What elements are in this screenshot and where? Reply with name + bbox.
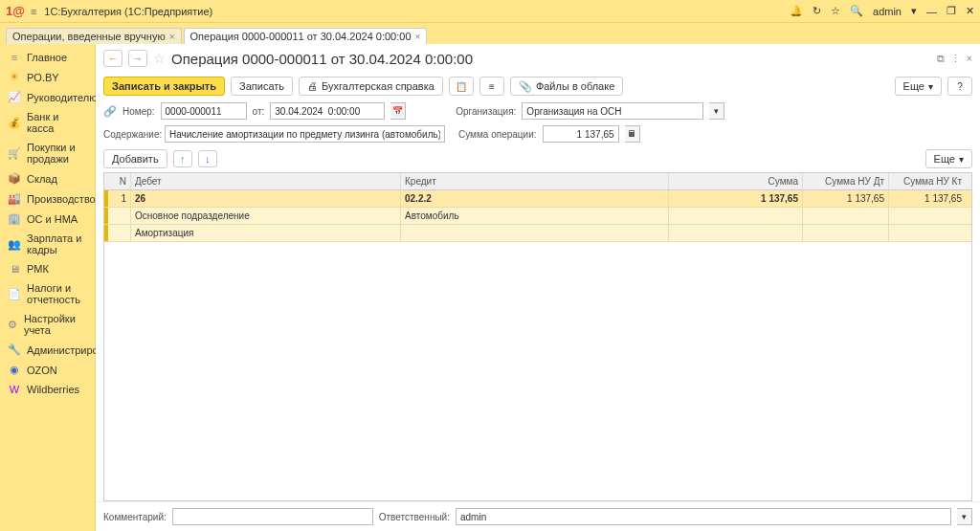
- sidebar-item-hr[interactable]: 👥Зарплата и кадры: [0, 229, 95, 259]
- arrow-up-icon: ↑: [180, 153, 186, 165]
- factory-icon: 🏭: [8, 192, 21, 205]
- clip-icon: 📎: [519, 80, 532, 93]
- tab-operations-list[interactable]: Операции, введенные вручную ×: [6, 28, 182, 44]
- link-icon[interactable]: 🔗: [103, 105, 117, 118]
- number-input[interactable]: [161, 102, 247, 120]
- sun-icon: ☀: [8, 71, 21, 83]
- help-button[interactable]: ?: [947, 77, 972, 96]
- menu-icon[interactable]: ≡: [31, 6, 36, 17]
- sidebar-item-manager[interactable]: 📈Руководителю: [0, 87, 95, 107]
- page-title: Операция 0000-000011 от 30.04.2024 0:00:…: [171, 51, 473, 67]
- entries-table: N Дебет Кредит Сумма Сумма НУ Дт Сумма Н…: [103, 172, 972, 501]
- search-icon[interactable]: 🔍: [850, 5, 863, 17]
- close-icon[interactable]: ×: [415, 32, 421, 42]
- sidebar-item-bank[interactable]: 💰Банк и касса: [0, 107, 95, 138]
- move-up-button[interactable]: ↑: [173, 150, 192, 167]
- col-sum[interactable]: Сумма: [669, 173, 803, 189]
- monitor-icon: 🖥: [8, 263, 21, 275]
- sidebar-item-trade[interactable]: 🛒Покупки и продажи: [0, 138, 95, 168]
- building-icon: 🏢: [8, 212, 21, 225]
- org-input[interactable]: [522, 102, 703, 120]
- table-row[interactable]: 1 26 02.2.2 1 137,65 1 137,65 1 137,65: [104, 190, 971, 208]
- calendar-icon[interactable]: 📅: [390, 102, 406, 120]
- responsible-label: Ответственный:: [379, 512, 450, 522]
- favorite-icon[interactable]: ☆: [153, 51, 166, 66]
- sidebar-item-assets[interactable]: 🏢ОС и НМА: [0, 209, 95, 229]
- close-icon[interactable]: ×: [967, 53, 972, 64]
- sidebar-item-warehouse[interactable]: 📦Склад: [0, 168, 95, 188]
- col-n[interactable]: N: [104, 173, 131, 189]
- responsible-input[interactable]: [456, 508, 951, 525]
- sum-operation-input[interactable]: [543, 125, 619, 143]
- sidebar-item-wildberries[interactable]: WWildberries: [0, 380, 95, 399]
- star-icon[interactable]: ☆: [831, 5, 840, 17]
- chart-icon: 📈: [8, 91, 21, 103]
- caret-down-icon[interactable]: ▾: [911, 5, 917, 17]
- close-icon[interactable]: ✕: [966, 5, 974, 17]
- menu-dots-icon[interactable]: ⋮: [950, 53, 961, 65]
- forward-button[interactable]: →: [128, 50, 147, 67]
- content-input[interactable]: [165, 125, 445, 143]
- col-credit[interactable]: Кредит: [401, 173, 669, 189]
- comment-label: Комментарий:: [103, 512, 167, 522]
- people-icon: 👥: [8, 238, 21, 251]
- minimize-icon[interactable]: —: [926, 6, 937, 17]
- more-button[interactable]: Еще ▾: [895, 77, 942, 96]
- sidebar: ≡Главное ☀PO.BY 📈Руководителю 💰Банк и ка…: [0, 44, 96, 531]
- doc-icon: 🖨: [307, 80, 318, 92]
- arrow-down-icon: ↓: [205, 153, 211, 165]
- calc-icon[interactable]: 🖩: [625, 125, 640, 143]
- app-logo: 1@: [6, 4, 25, 18]
- sidebar-item-taxes[interactable]: 📄Налоги и отчетность: [0, 278, 95, 309]
- tools-icon: 🔧: [8, 343, 21, 356]
- dropdown-icon[interactable]: ▾: [709, 102, 724, 120]
- move-down-button[interactable]: ↓: [198, 150, 217, 167]
- sum-operation-label: Сумма операции:: [458, 129, 537, 140]
- detach-icon[interactable]: ⧉: [937, 53, 945, 65]
- org-label: Организация:: [456, 106, 516, 117]
- col-debit[interactable]: Дебет: [131, 173, 401, 189]
- cloud-files-button[interactable]: 📎Файлы в облаке: [510, 77, 623, 96]
- save-close-button[interactable]: Записать и закрыть: [103, 77, 225, 96]
- bell-icon[interactable]: 🔔: [790, 5, 803, 17]
- col-nudt[interactable]: Сумма НУ Дт: [803, 173, 889, 189]
- money-icon: 💰: [8, 117, 21, 129]
- content-label: Содержание:: [103, 129, 159, 140]
- sidebar-item-main[interactable]: ≡Главное: [0, 48, 95, 67]
- wb-icon: W: [8, 384, 21, 395]
- add-button[interactable]: Добавить: [103, 149, 167, 168]
- copy-button[interactable]: 📋: [449, 77, 474, 96]
- table-more-button[interactable]: Еще ▾: [925, 149, 972, 168]
- list-icon: ≡: [8, 52, 21, 63]
- save-button[interactable]: Записать: [231, 77, 293, 96]
- ozon-icon: ◉: [8, 364, 21, 376]
- sidebar-item-production[interactable]: 🏭Производство: [0, 188, 95, 209]
- comment-input[interactable]: [172, 508, 373, 525]
- doc-icon: 📄: [8, 288, 21, 300]
- sidebar-item-settings[interactable]: ⚙Настройки учета: [0, 309, 95, 340]
- app-title: 1С:Бухгалтерия (1С:Предприятие): [44, 6, 790, 17]
- sidebar-item-rmk[interactable]: 🖥РМК: [0, 259, 95, 278]
- dropdown-icon[interactable]: ▾: [957, 508, 972, 525]
- history-icon[interactable]: ↻: [813, 5, 821, 17]
- close-icon[interactable]: ×: [169, 32, 175, 42]
- cart-icon: 🛒: [8, 147, 21, 160]
- number-label: Номер:: [122, 106, 155, 117]
- back-button[interactable]: ←: [103, 50, 122, 67]
- sidebar-item-admin[interactable]: 🔧Администрирование: [0, 340, 95, 360]
- table-row[interactable]: Основное подразделение Автомобиль: [104, 208, 971, 225]
- table-row[interactable]: Амортизация: [104, 225, 971, 242]
- restore-icon[interactable]: ❐: [947, 5, 956, 17]
- acct-reference-button[interactable]: 🖨Бухгалтерская справка: [299, 77, 443, 96]
- box-icon: 📦: [8, 172, 21, 185]
- list-button[interactable]: ≡: [479, 77, 504, 96]
- sidebar-item-poby[interactable]: ☀PO.BY: [0, 67, 95, 87]
- col-nukt[interactable]: Сумма НУ Кт: [889, 173, 966, 189]
- sidebar-item-ozon[interactable]: ◉OZON: [0, 360, 95, 380]
- from-label: от:: [253, 106, 265, 117]
- user-label[interactable]: admin: [873, 6, 902, 17]
- tab-operation-document[interactable]: Операция 0000-000011 от 30.04.2024 0:00:…: [184, 28, 428, 44]
- gear-icon: ⚙: [8, 319, 18, 331]
- date-input[interactable]: [270, 102, 385, 120]
- table-header: N Дебет Кредит Сумма Сумма НУ Дт Сумма Н…: [104, 173, 971, 190]
